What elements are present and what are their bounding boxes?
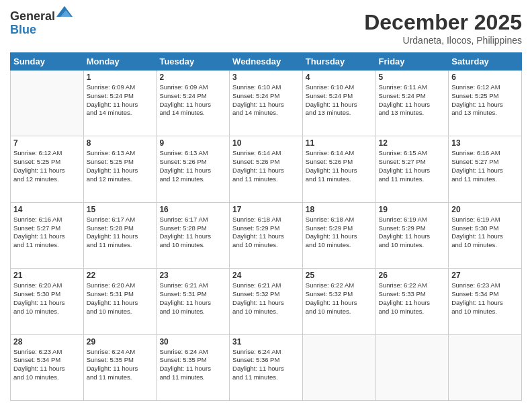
weekday-header: Sunday — [11, 53, 84, 71]
day-info: Sunrise: 6:22 AM Sunset: 5:33 PM Dayligh… — [379, 281, 446, 316]
calendar-cell: 1Sunrise: 6:09 AM Sunset: 5:24 PM Daylig… — [83, 71, 157, 136]
day-info: Sunrise: 6:17 AM Sunset: 5:28 PM Dayligh… — [87, 216, 154, 250]
day-number: 14 — [13, 205, 81, 214]
day-number: 18 — [306, 205, 373, 214]
logo-blue: Blue — [10, 24, 55, 37]
day-number: 25 — [306, 271, 373, 280]
day-info: Sunrise: 6:23 AM Sunset: 5:34 PM Dayligh… — [13, 348, 81, 382]
calendar-cell: 23Sunrise: 6:21 AM Sunset: 5:31 PM Dayli… — [157, 269, 230, 334]
day-number: 7 — [13, 138, 81, 148]
day-info: Sunrise: 6:09 AM Sunset: 5:24 PM Dayligh… — [87, 83, 154, 118]
day-number: 20 — [451, 205, 519, 214]
day-info: Sunrise: 6:13 AM Sunset: 5:25 PM Dayligh… — [87, 149, 154, 183]
day-number: 21 — [13, 271, 81, 280]
calendar-week-row: 1Sunrise: 6:09 AM Sunset: 5:24 PM Daylig… — [11, 71, 522, 136]
day-number: 5 — [379, 73, 446, 82]
day-number: 9 — [159, 138, 226, 148]
day-info: Sunrise: 6:18 AM Sunset: 5:29 PM Dayligh… — [306, 216, 373, 250]
day-info: Sunrise: 6:24 AM Sunset: 5:36 PM Dayligh… — [232, 348, 300, 382]
day-info: Sunrise: 6:22 AM Sunset: 5:32 PM Dayligh… — [306, 281, 373, 316]
calendar-cell — [302, 334, 375, 400]
weekday-header: Thursday — [302, 53, 375, 71]
calendar-cell — [11, 71, 84, 136]
calendar-week-row: 21Sunrise: 6:20 AM Sunset: 5:30 PM Dayli… — [11, 269, 522, 334]
calendar-cell — [375, 334, 449, 400]
calendar-cell: 6Sunrise: 6:12 AM Sunset: 5:25 PM Daylig… — [449, 71, 522, 136]
calendar-week-row: 7Sunrise: 6:12 AM Sunset: 5:25 PM Daylig… — [11, 136, 522, 202]
calendar-table: SundayMondayTuesdayWednesdayThursdayFrid… — [10, 52, 522, 401]
day-info: Sunrise: 6:12 AM Sunset: 5:25 PM Dayligh… — [13, 149, 81, 183]
day-info: Sunrise: 6:16 AM Sunset: 5:27 PM Dayligh… — [451, 149, 519, 183]
day-info: Sunrise: 6:18 AM Sunset: 5:29 PM Dayligh… — [232, 216, 300, 250]
calendar-cell: 13Sunrise: 6:16 AM Sunset: 5:27 PM Dayli… — [449, 136, 522, 202]
day-number: 12 — [379, 138, 446, 148]
calendar-cell — [449, 334, 522, 400]
calendar-cell: 31Sunrise: 6:24 AM Sunset: 5:36 PM Dayli… — [230, 334, 303, 400]
day-number: 24 — [232, 271, 300, 280]
logo-general: General — [10, 10, 55, 24]
day-info: Sunrise: 6:21 AM Sunset: 5:32 PM Dayligh… — [232, 281, 300, 316]
day-number: 22 — [87, 271, 154, 280]
header: General Blue December 2025 Urdaneta, Ilo… — [10, 10, 522, 46]
day-number: 28 — [13, 337, 81, 347]
day-number: 8 — [87, 138, 154, 148]
day-number: 23 — [159, 271, 226, 280]
calendar-page: General Blue December 2025 Urdaneta, Ilo… — [0, 0, 532, 411]
weekday-header: Monday — [83, 53, 157, 71]
calendar-cell: 3Sunrise: 6:10 AM Sunset: 5:24 PM Daylig… — [230, 71, 303, 136]
calendar-week-row: 28Sunrise: 6:23 AM Sunset: 5:34 PM Dayli… — [11, 334, 522, 400]
calendar-cell: 8Sunrise: 6:13 AM Sunset: 5:25 PM Daylig… — [83, 136, 157, 202]
calendar-cell: 9Sunrise: 6:13 AM Sunset: 5:26 PM Daylig… — [157, 136, 230, 202]
calendar-cell: 7Sunrise: 6:12 AM Sunset: 5:25 PM Daylig… — [11, 136, 84, 202]
calendar-cell: 21Sunrise: 6:20 AM Sunset: 5:30 PM Dayli… — [11, 269, 84, 334]
weekday-header: Wednesday — [230, 53, 303, 71]
day-info: Sunrise: 6:14 AM Sunset: 5:26 PM Dayligh… — [232, 149, 300, 183]
calendar-cell: 16Sunrise: 6:17 AM Sunset: 5:28 PM Dayli… — [157, 202, 230, 268]
day-info: Sunrise: 6:20 AM Sunset: 5:30 PM Dayligh… — [13, 281, 81, 316]
calendar-cell: 20Sunrise: 6:19 AM Sunset: 5:30 PM Dayli… — [449, 202, 522, 268]
calendar-cell: 10Sunrise: 6:14 AM Sunset: 5:26 PM Dayli… — [230, 136, 303, 202]
location: Urdaneta, Ilocos, Philippines — [364, 35, 522, 46]
day-number: 1 — [87, 73, 154, 82]
calendar-cell: 25Sunrise: 6:22 AM Sunset: 5:32 PM Dayli… — [302, 269, 375, 334]
calendar-cell: 15Sunrise: 6:17 AM Sunset: 5:28 PM Dayli… — [83, 202, 157, 268]
day-number: 16 — [159, 205, 226, 214]
calendar-cell: 14Sunrise: 6:16 AM Sunset: 5:27 PM Dayli… — [11, 202, 84, 268]
day-info: Sunrise: 6:10 AM Sunset: 5:24 PM Dayligh… — [232, 83, 300, 118]
calendar-cell: 18Sunrise: 6:18 AM Sunset: 5:29 PM Dayli… — [302, 202, 375, 268]
day-info: Sunrise: 6:23 AM Sunset: 5:34 PM Dayligh… — [451, 281, 519, 316]
calendar-cell: 29Sunrise: 6:24 AM Sunset: 5:35 PM Dayli… — [83, 334, 157, 400]
day-number: 2 — [159, 73, 226, 82]
weekday-header: Saturday — [449, 53, 522, 71]
day-info: Sunrise: 6:13 AM Sunset: 5:26 PM Dayligh… — [159, 149, 226, 183]
logo-icon — [56, 5, 73, 18]
calendar-cell: 2Sunrise: 6:09 AM Sunset: 5:24 PM Daylig… — [157, 71, 230, 136]
day-info: Sunrise: 6:11 AM Sunset: 5:24 PM Dayligh… — [379, 83, 446, 118]
day-info: Sunrise: 6:24 AM Sunset: 5:35 PM Dayligh… — [87, 348, 154, 382]
day-number: 15 — [87, 205, 154, 214]
calendar-cell: 28Sunrise: 6:23 AM Sunset: 5:34 PM Dayli… — [11, 334, 84, 400]
weekday-header-row: SundayMondayTuesdayWednesdayThursdayFrid… — [11, 53, 522, 71]
day-number: 6 — [451, 73, 519, 82]
day-info: Sunrise: 6:09 AM Sunset: 5:24 PM Dayligh… — [159, 83, 226, 118]
day-number: 4 — [306, 73, 373, 82]
day-info: Sunrise: 6:21 AM Sunset: 5:31 PM Dayligh… — [159, 281, 226, 316]
title-block: December 2025 Urdaneta, Ilocos, Philippi… — [364, 10, 522, 46]
calendar-cell: 26Sunrise: 6:22 AM Sunset: 5:33 PM Dayli… — [375, 269, 449, 334]
day-info: Sunrise: 6:20 AM Sunset: 5:31 PM Dayligh… — [87, 281, 154, 316]
day-number: 26 — [379, 271, 446, 280]
day-info: Sunrise: 6:24 AM Sunset: 5:35 PM Dayligh… — [159, 348, 226, 382]
day-number: 13 — [451, 138, 519, 148]
calendar-cell: 24Sunrise: 6:21 AM Sunset: 5:32 PM Dayli… — [230, 269, 303, 334]
logo-text: General Blue — [10, 10, 55, 37]
calendar-cell: 17Sunrise: 6:18 AM Sunset: 5:29 PM Dayli… — [230, 202, 303, 268]
calendar-cell: 4Sunrise: 6:10 AM Sunset: 5:24 PM Daylig… — [302, 71, 375, 136]
calendar-cell: 5Sunrise: 6:11 AM Sunset: 5:24 PM Daylig… — [375, 71, 449, 136]
day-number: 10 — [232, 138, 300, 148]
day-number: 3 — [232, 73, 300, 82]
day-number: 31 — [232, 337, 300, 347]
calendar-cell: 27Sunrise: 6:23 AM Sunset: 5:34 PM Dayli… — [449, 269, 522, 334]
calendar-cell: 22Sunrise: 6:20 AM Sunset: 5:31 PM Dayli… — [83, 269, 157, 334]
calendar-cell: 11Sunrise: 6:14 AM Sunset: 5:26 PM Dayli… — [302, 136, 375, 202]
day-info: Sunrise: 6:19 AM Sunset: 5:29 PM Dayligh… — [379, 216, 446, 250]
